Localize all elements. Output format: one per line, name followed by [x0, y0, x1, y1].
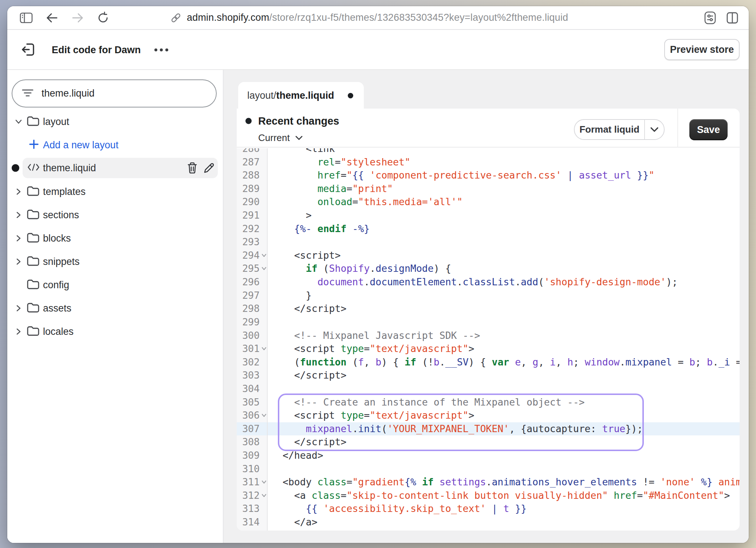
code-line-291[interactable]: 291 >: [237, 209, 740, 222]
line-number: 290: [237, 195, 260, 209]
code-line-300[interactable]: 300 <!-- Mixpanel Javascript SDK -->: [237, 329, 740, 342]
fold-slot: [260, 356, 268, 369]
sidebar-item-snippets[interactable]: snippets: [7, 251, 224, 272]
sidebar-item-templates[interactable]: templates: [7, 181, 224, 202]
code-editor[interactable]: 286 <link287 rel="stylesheet"288 href="{…: [237, 148, 740, 531]
sidebar-item-assets[interactable]: assets: [7, 298, 224, 318]
fold-slot: [260, 195, 268, 209]
code-text: [268, 382, 271, 396]
code-text: <link: [268, 148, 335, 156]
line-number: 304: [237, 382, 260, 396]
exit-editor-icon[interactable]: [20, 41, 36, 58]
folder-icon: [27, 209, 40, 221]
format-options-button[interactable]: [645, 120, 664, 139]
fold-slot: [260, 329, 268, 342]
delete-icon[interactable]: [187, 162, 197, 174]
version-dropdown[interactable]: Current: [258, 132, 303, 144]
sidebar-toggle-icon[interactable]: [20, 12, 33, 24]
code-text: >: [268, 209, 312, 222]
code-line-312[interactable]: 312 <a class="skip-to-content-link butto…: [237, 489, 740, 502]
sidebar-item-theme-liquid[interactable]: theme.liquid: [7, 158, 224, 178]
back-icon[interactable]: [46, 12, 58, 23]
line-number: 313: [237, 502, 260, 516]
chevron-right-icon[interactable]: [15, 328, 23, 336]
split-view-icon[interactable]: [726, 12, 739, 24]
code-text: [268, 462, 271, 476]
code-line-295[interactable]: 295 if (Shopify.designMode) {: [237, 262, 740, 275]
forward-icon[interactable]: [71, 12, 84, 23]
tab-theme-liquid[interactable]: layout/theme.liquid: [238, 82, 364, 109]
code-line-286[interactable]: 286 <link: [237, 148, 740, 156]
fold-chevron-icon[interactable]: [260, 342, 268, 356]
line-number: 287: [237, 156, 260, 169]
code-text: media="print": [268, 182, 393, 196]
unsaved-dot: [348, 93, 353, 98]
code-line-297[interactable]: 297 }: [237, 289, 740, 302]
fold-slot: [260, 182, 268, 196]
chevron-down-icon[interactable]: [15, 118, 23, 126]
code-line-289[interactable]: 289 media="print": [237, 182, 740, 196]
sidebar-item-blocks[interactable]: blocks: [7, 228, 224, 248]
sidebar-item-sections[interactable]: sections: [7, 205, 224, 225]
fold-chevron-icon[interactable]: [260, 489, 268, 502]
code-line-294[interactable]: 294 <script>: [237, 249, 740, 262]
code-line-313[interactable]: 313 {{ 'accessibility.skip_to_text' | t …: [237, 502, 740, 516]
tab-dir: layout/: [247, 90, 276, 101]
code-line-311[interactable]: 311 <body class="gradient{% if settings.…: [237, 475, 740, 489]
chevron-right-icon[interactable]: [15, 211, 23, 219]
fold-chevron-icon[interactable]: [260, 409, 268, 422]
code-line-288[interactable]: 288 href="{{ 'component-predictive-searc…: [237, 169, 740, 182]
code-text: <body class="gradient{% if settings.anim…: [268, 475, 740, 489]
code-line-296[interactable]: 296 document.documentElement.classList.a…: [237, 275, 740, 289]
code-line-310[interactable]: 310: [237, 462, 740, 476]
fold-chevron-icon[interactable]: [260, 249, 268, 262]
chevron-right-icon[interactable]: [15, 188, 23, 196]
code-line-302[interactable]: 302 (function (f, b) { if (!b.__SV) { va…: [237, 356, 740, 369]
plus-icon: [28, 139, 39, 151]
code-line-287[interactable]: 287 rel="stylesheet": [237, 156, 740, 169]
folder-icon: [27, 116, 40, 128]
format-liquid-button[interactable]: Format liquid: [574, 119, 665, 140]
code-text: if (Shopify.designMode) {: [268, 262, 451, 275]
line-number: 286: [237, 148, 260, 156]
sidebar-item-locales[interactable]: locales: [7, 321, 224, 342]
sidebar-item-layout[interactable]: layout: [7, 111, 224, 132]
save-button[interactable]: Save: [689, 119, 728, 140]
code-line-290[interactable]: 290 onload="this.media='all'": [237, 195, 740, 209]
url-path: /store/rzq1xu-f5/themes/132683530345?key…: [269, 12, 568, 23]
code-line-292[interactable]: 292 {%- endif -%}: [237, 222, 740, 236]
code-text: <script type="text/javascript">: [268, 342, 474, 356]
filter-icon: [22, 89, 34, 99]
line-number: 300: [237, 329, 260, 342]
changes-dot: [245, 118, 252, 124]
fold-chevron-icon[interactable]: [260, 475, 268, 489]
fold-slot: [260, 449, 268, 462]
address-bar[interactable]: admin.shopify.com/store/rzq1xu-f5/themes…: [170, 6, 568, 29]
fold-slot: [260, 275, 268, 289]
code-line-301[interactable]: 301 <script type="text/javascript">: [237, 342, 740, 356]
file-search-input[interactable]: theme.liquid: [12, 79, 217, 107]
code-line-298[interactable]: 298 </script>: [237, 302, 740, 316]
preview-store-button[interactable]: Preview store: [664, 39, 740, 60]
chevron-right-icon[interactable]: [15, 258, 23, 266]
sidebar-item-config[interactable]: config: [7, 275, 224, 295]
more-actions-button[interactable]: [154, 48, 168, 51]
folder-icon: [27, 255, 40, 268]
page-settings-icon[interactable]: [704, 11, 717, 24]
code-line-293[interactable]: 293: [237, 235, 740, 249]
code-text: (function (f, b) { if (!b.__SV) { var e,…: [268, 356, 740, 369]
code-line-303[interactable]: 303 </script>: [237, 369, 740, 382]
code-line-299[interactable]: 299: [237, 316, 740, 329]
chevron-right-icon[interactable]: [15, 304, 23, 312]
folder-icon: [27, 185, 40, 198]
code-line-314[interactable]: 314 </a>: [237, 516, 740, 529]
add-layout-button[interactable]: Add a new layout: [7, 135, 224, 155]
chevron-right-icon[interactable]: [15, 234, 23, 242]
reload-icon[interactable]: [97, 12, 109, 24]
tree-item-label: templates: [43, 186, 86, 197]
header-divider: [677, 109, 678, 148]
rename-icon[interactable]: [203, 162, 215, 174]
fold-chevron-icon[interactable]: [260, 262, 268, 275]
tree-item-label: layout: [43, 116, 69, 128]
line-number: 310: [237, 462, 260, 476]
